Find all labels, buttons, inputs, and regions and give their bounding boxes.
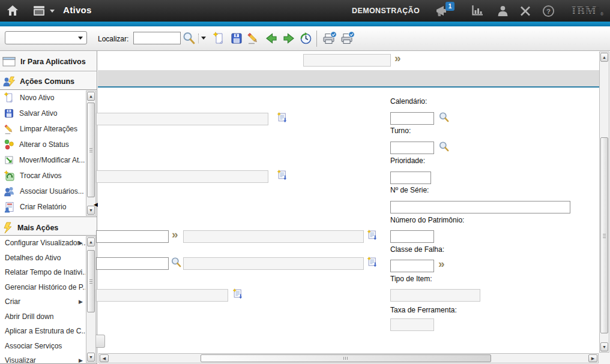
scroll-down-button[interactable]: ▼ [87,353,95,362]
select-value-button[interactable] [171,257,182,268]
action-label: Visualizar [5,356,36,364]
long-description-button[interactable] [367,257,378,267]
clear-changes-button[interactable] [246,31,261,46]
scroll-thumb[interactable] [600,137,608,333]
field-row3-input[interactable] [96,230,169,243]
scroll-up-button[interactable]: ▲ [87,92,95,101]
save-button[interactable] [229,31,244,46]
vertical-scrollbar[interactable]: ▲ ▼ [599,52,609,353]
previous-record-button[interactable] [263,31,279,46]
action-mover-modificar[interactable]: Mover/Modificar At... [0,152,85,168]
long-description-button[interactable] [367,230,378,240]
page-title: Ativos [63,5,92,15]
action-label: Gerenciar Histórico de P... [5,283,85,291]
search-button[interactable] [181,31,197,46]
action-criar-relatorio[interactable]: Criar Relatório [0,199,85,215]
scroll-up-button[interactable]: ▲ [87,237,95,246]
go-to-applications[interactable]: Ir Para Aplicativos [2,53,94,70]
serie-input[interactable] [390,201,570,213]
common-actions-scrollbar[interactable]: ▲ ▼ [86,91,96,216]
header-detail-menu-icon[interactable]: » [394,53,401,64]
field-row4-description[interactable] [183,257,364,270]
saved-query-select[interactable] [5,31,87,44]
field-row4-input[interactable] [96,257,169,270]
saved-query-input[interactable] [7,32,74,43]
printer-attachments-icon [340,31,355,46]
turno-input[interactable] [390,142,434,154]
long-description-button[interactable] [232,288,243,299]
action-abrir-drilldown[interactable]: Abrir Drill down [0,309,85,324]
go-to-applications-label: Ir Para Aplicativos [20,58,86,66]
action-detalhes-do-ativo[interactable]: Detalhes do Ativo [0,251,85,266]
header-readonly-field[interactable] [303,54,391,67]
turno-label: Turno: [390,127,411,135]
action-visualizar[interactable]: Visualizar ▶ [0,353,85,364]
action-limpar-alteracoes[interactable]: Limpar Alterações [0,121,85,137]
long-description-button[interactable] [277,112,288,123]
home-button[interactable] [6,4,19,19]
description-field-2[interactable] [96,170,268,183]
help-button[interactable]: ? [542,5,555,20]
action-novo-ativo[interactable]: Novo Ativo [0,90,85,106]
calendario-select-button[interactable] [438,112,450,123]
sign-out-button[interactable] [519,5,531,19]
scroll-thumb[interactable] [87,103,95,197]
turno-select-button[interactable] [438,141,450,152]
patrimonio-label: Número do Patrimônio: [390,216,464,224]
long-description-button[interactable] [277,170,288,181]
horizontal-scrollbar[interactable]: ◀ ▶ [98,353,599,363]
go-to-menu-button[interactable] [32,5,55,17]
ibm-logo-text: IBM [572,5,597,17]
scroll-up-button[interactable]: ▲ [600,53,608,62]
field-row5-description[interactable] [96,289,228,302]
description-field-1[interactable] [96,113,268,125]
scroll-thumb[interactable] [87,250,95,312]
action-associar-servicos[interactable]: Associar Serviços [0,339,85,354]
print-with-attachments-button[interactable] [339,31,355,46]
svg-text:?: ? [546,8,551,15]
action-alterar-status[interactable]: Alterar o Status [0,137,85,152]
scroll-down-button[interactable]: ▼ [600,342,608,351]
create-report-icon [4,201,15,213]
action-aplicar-estrutura[interactable]: Aplicar a Estrutura de C... [0,324,85,339]
prioridade-input[interactable] [390,172,431,184]
tipo-item-input[interactable] [390,289,480,302]
search-options-caret[interactable] [201,37,206,40]
action-salvar-ativo[interactable]: Salvar Ativo [0,106,85,121]
long-description-icon [367,257,378,267]
top-navigation-bar: Ativos DEMONSTRAÇÃO 1 ? IBM ® [0,0,610,22]
action-trocar-ativos[interactable]: Trocar Ativos [0,168,85,183]
action-gerenciar-historico[interactable]: Gerenciar Histórico de P... [0,280,85,295]
scroll-right-button[interactable]: ▶ [588,354,597,362]
scrollbar-corner [599,353,610,364]
registered-mark: ® [600,12,604,16]
calendario-input[interactable] [390,112,434,125]
clipped-button[interactable] [96,335,105,348]
scroll-thumb[interactable] [201,354,491,362]
action-criar[interactable]: Criar ▶ [0,294,85,309]
print-button[interactable] [321,31,337,46]
new-record-button[interactable] [211,31,227,46]
action-associar-usuarios[interactable]: Associar Usuários... [0,183,85,199]
taxa-ferramenta-input[interactable] [390,318,434,331]
common-actions-menu: Novo Ativo Salvar Ativo Limpar Alteraçõe… [0,89,97,217]
profile-button[interactable] [497,5,509,19]
action-relatar-tempo-inatividade[interactable]: Relatar Tempo de Inativi... [0,265,85,280]
action-configurar-visualizador[interactable]: Configurar Visualizador .. ▶ [0,236,85,251]
history-button[interactable] [298,31,313,46]
reports-button[interactable] [471,5,484,19]
action-label: Aplicar a Estrutura de C... [5,327,85,335]
patrimonio-input[interactable] [390,230,434,243]
next-record-button[interactable] [281,31,297,46]
classe-falha-detail-menu-icon[interactable]: » [438,258,445,269]
save-icon [4,108,14,119]
classe-falha-input[interactable] [390,260,434,272]
submenu-arrow-icon: ▶ [79,240,83,246]
detail-menu-icon[interactable]: » [172,229,178,240]
scroll-left-button[interactable]: ◀ [100,354,109,362]
field-row3-description[interactable] [183,230,364,243]
sidebar-collapse-handle[interactable]: ◀ [94,202,98,207]
find-input[interactable] [133,32,181,44]
more-actions-scrollbar[interactable]: ▲ ▼ [86,236,96,363]
action-label: Limpar Alterações [20,125,77,133]
